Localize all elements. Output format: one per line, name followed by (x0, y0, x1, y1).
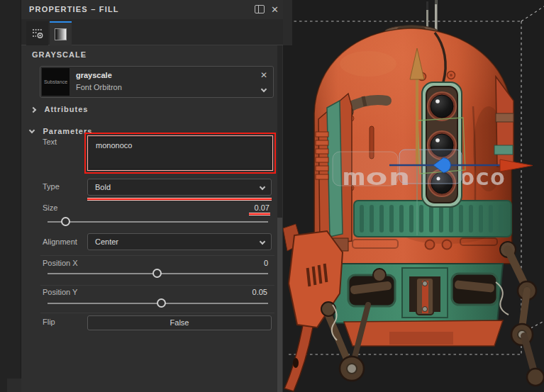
close-icon[interactable]: ✕ (270, 4, 280, 15)
size-value[interactable]: 0.07 (255, 203, 270, 212)
grayscale-resource-widget[interactable]: Substance grayscale Font Orbitron ✕ (40, 66, 274, 98)
type-value: Bold (95, 183, 111, 191)
model-text-right: oco (460, 164, 505, 191)
type-label: Type (43, 182, 60, 191)
resource-font-value: Font Orbitron (76, 83, 122, 91)
size-slider[interactable] (48, 217, 268, 227)
chevron-right-icon (30, 107, 36, 113)
tab-grayscale-fill[interactable] (50, 21, 72, 45)
chevron-down-icon (260, 239, 265, 245)
position-x-label: Position X (43, 259, 78, 267)
text-input[interactable]: mononoco (89, 137, 272, 169)
size-change-highlight (249, 213, 270, 215)
size-label: Size (43, 203, 57, 212)
position-x-value[interactable]: 0 (264, 259, 268, 267)
chevron-down-icon (260, 184, 265, 190)
dock-layout-icon[interactable] (255, 5, 265, 13)
properties-panel: PROPERTIES – FILL ✕ GRAYSCALE Substance … (21, 0, 283, 392)
panel-tabbar (21, 19, 283, 45)
grayscale-section-title: GRAYSCALE (32, 50, 87, 59)
alignment-value: Center (95, 237, 118, 246)
slider-handle[interactable] (157, 298, 166, 308)
type-dropdown[interactable]: Bold (87, 179, 272, 196)
robot-render: mon oco (283, 0, 544, 392)
gizmo-plane-left[interactable] (333, 152, 398, 186)
dock-sliver (283, 0, 292, 45)
substance-thumbnail: Substance (42, 68, 70, 96)
robot-model: mon oco (283, 0, 544, 391)
dock-corner (7, 379, 21, 392)
slider-handle[interactable] (61, 217, 70, 226)
type-change-highlight (87, 198, 272, 201)
row-separator (40, 313, 274, 313)
position-y-slider[interactable] (48, 298, 268, 308)
panel-title: PROPERTIES – FILL (29, 5, 119, 13)
attributes-section-header[interactable]: Attributes (31, 102, 88, 115)
gizmo-x-arrow[interactable] (500, 159, 533, 172)
text-input-highlight: mononoco (84, 133, 276, 174)
resource-name: grayscale (76, 71, 112, 79)
text-label: Text (43, 138, 57, 146)
alignment-label: Alignment (43, 237, 77, 246)
slider-track[interactable] (48, 221, 268, 223)
attributes-label: Attributes (44, 105, 88, 113)
dock-strip (0, 0, 21, 392)
resource-remove-icon[interactable]: ✕ (260, 70, 267, 80)
gradient-swatch-icon (55, 28, 67, 40)
gizmo-plane-right[interactable] (399, 150, 462, 184)
parameters-section-header[interactable]: Parameters (30, 124, 92, 137)
scrollbar-thumb[interactable] (277, 218, 282, 392)
resource-chevron-down-icon[interactable] (261, 86, 267, 92)
position-y-label: Position Y (43, 288, 77, 296)
alignment-dropdown[interactable]: Center (87, 233, 272, 250)
panel-header: PROPERTIES – FILL ✕ (21, 0, 283, 19)
tab-material-properties[interactable] (26, 21, 48, 45)
row-separator (40, 285, 274, 286)
panel-scrollbar[interactable] (277, 45, 282, 392)
viewport-3d[interactable]: mon oco (283, 0, 544, 392)
position-y-value[interactable]: 0.05 (252, 288, 267, 296)
row-separator (40, 255, 274, 256)
position-x-slider[interactable] (48, 269, 268, 279)
flip-toggle-button[interactable]: False (87, 315, 272, 330)
slider-handle[interactable] (152, 269, 162, 278)
sliders-gear-icon (31, 27, 44, 40)
chevron-down-icon (29, 128, 35, 133)
flip-label: Flip (43, 318, 55, 326)
